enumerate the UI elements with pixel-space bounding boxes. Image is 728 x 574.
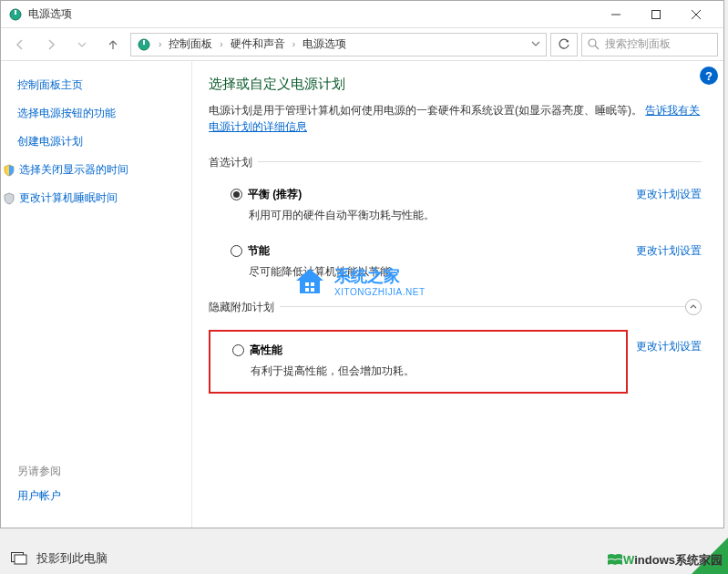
svg-rect-7 <box>143 40 145 45</box>
body: 控制面板主页 选择电源按钮的功能 创建电源计划 选择关闭显示器的时间 更改计算机… <box>1 61 723 528</box>
sidebar-home-link[interactable]: 控制面板主页 <box>17 77 191 93</box>
chevron-right-icon: › <box>291 39 297 49</box>
plan-high-desc: 有利于提高性能，但会增加功耗。 <box>232 364 626 379</box>
help-icon[interactable]: ? <box>700 67 718 85</box>
shield-icon <box>3 164 15 177</box>
back-button[interactable] <box>6 32 34 57</box>
sidebar-choose-display-off[interactable]: 选择关闭显示器的时间 <box>3 162 191 178</box>
close-button[interactable] <box>676 2 716 27</box>
navbar: › 控制面板 › 硬件和声音 › 电源选项 搜索控制面板 <box>1 28 723 61</box>
highlighted-plan-box: 高性能 有利于提高性能，但会增加功耗。 <box>209 330 628 394</box>
radio-power-saver[interactable] <box>231 245 242 257</box>
sidebar-create-power-plan[interactable]: 创建电源计划 <box>17 134 191 149</box>
control-panel-window: 电源选项 › 控制面板 › 硬件和声音 › 电源选项 搜索控制面板 <box>0 0 724 528</box>
see-also-heading: 另请参阅 <box>17 464 61 479</box>
brand-rest: indows系统家园 <box>634 553 723 567</box>
project-icon <box>11 552 27 565</box>
svg-rect-1 <box>15 10 16 15</box>
breadcrumb-control-panel[interactable]: 控制面板 <box>169 36 212 52</box>
minimize-button[interactable] <box>596 2 636 27</box>
change-settings-saver[interactable]: 更改计划设置 <box>636 243 702 280</box>
address-bar[interactable]: › 控制面板 › 硬件和声音 › 电源选项 <box>130 33 547 56</box>
search-input[interactable]: 搜索控制面板 <box>581 33 718 56</box>
svg-point-8 <box>589 39 596 46</box>
breadcrumb-hardware-sound[interactable]: 硬件和声音 <box>231 36 285 52</box>
preferred-plans-header: 首选计划 <box>209 153 702 170</box>
preferred-plans-label: 首选计划 <box>209 155 258 170</box>
brand-w: W <box>623 553 634 567</box>
power-options-icon <box>8 7 23 22</box>
address-dropdown-icon[interactable] <box>531 38 540 51</box>
windows-flag-icon <box>607 552 623 569</box>
plan-balanced: 平衡 (推荐) 利用可用的硬件自动平衡功耗与性能。 更改计划设置 <box>209 179 702 236</box>
forward-button[interactable] <box>37 32 65 57</box>
page-heading: 选择或自定义电源计划 <box>209 76 702 93</box>
radio-high-performance[interactable] <box>232 344 244 356</box>
plan-balanced-name: 平衡 (推荐) <box>248 187 302 202</box>
see-also-section: 另请参阅 用户帐户 <box>17 464 61 517</box>
plan-saver-desc: 尽可能降低计算机性能以节能。 <box>231 264 636 280</box>
main-panel: ? 选择或自定义电源计划 电源计划是用于管理计算机如何使用电源的一套硬件和系统设… <box>192 61 723 528</box>
shield-icon <box>3 192 15 205</box>
maximize-button[interactable] <box>636 2 676 27</box>
search-icon <box>588 38 600 50</box>
sidebar-choose-button-function[interactable]: 选择电源按钮的功能 <box>17 106 191 121</box>
chevron-right-icon: › <box>157 39 163 49</box>
collapse-button[interactable] <box>685 299 702 315</box>
taskbar-item-project[interactable]: 投影到此电脑 <box>11 550 108 567</box>
hidden-plans-label: 隐藏附加计划 <box>209 300 280 315</box>
refresh-button[interactable] <box>550 33 578 56</box>
sidebar-change-sleep[interactable]: 更改计算机睡眠时间 <box>3 190 191 206</box>
up-button[interactable] <box>99 32 127 57</box>
window-title: 电源选项 <box>28 6 596 22</box>
hidden-plans-header: 隐藏附加计划 <box>209 298 702 315</box>
window-controls <box>596 2 716 27</box>
breadcrumb-power-options[interactable]: 电源选项 <box>302 36 346 52</box>
plan-high-name: 高性能 <box>250 343 282 358</box>
plan-balanced-desc: 利用可用的硬件自动平衡功耗与性能。 <box>231 208 636 223</box>
change-settings-balanced[interactable]: 更改计划设置 <box>636 187 702 223</box>
sidebar-user-accounts[interactable]: 用户帐户 <box>17 488 61 504</box>
chevron-right-icon: › <box>218 39 224 49</box>
radio-balanced[interactable] <box>231 189 242 200</box>
power-options-icon <box>137 37 151 52</box>
svg-line-9 <box>595 46 599 49</box>
brand-logo: Windows系统家园 <box>607 552 723 569</box>
svg-rect-15 <box>15 555 26 564</box>
plan-saver-name: 节能 <box>248 243 270 259</box>
intro-text: 电源计划是用于管理计算机如何使用电源的一套硬件和系统设置(如显示器亮度、睡眠等)… <box>209 102 702 135</box>
history-dropdown[interactable] <box>68 32 96 57</box>
search-placeholder: 搜索控制面板 <box>605 36 671 52</box>
titlebar: 电源选项 <box>1 1 723 28</box>
sidebar: 控制面板主页 选择电源按钮的功能 创建电源计划 选择关闭显示器的时间 更改计算机… <box>1 61 192 528</box>
plan-power-saver: 节能 尽可能降低计算机性能以节能。 更改计划设置 <box>209 236 702 292</box>
taskbar-project-label: 投影到此电脑 <box>36 550 108 567</box>
change-settings-high[interactable]: 更改计划设置 <box>636 340 702 353</box>
svg-rect-3 <box>652 10 661 18</box>
